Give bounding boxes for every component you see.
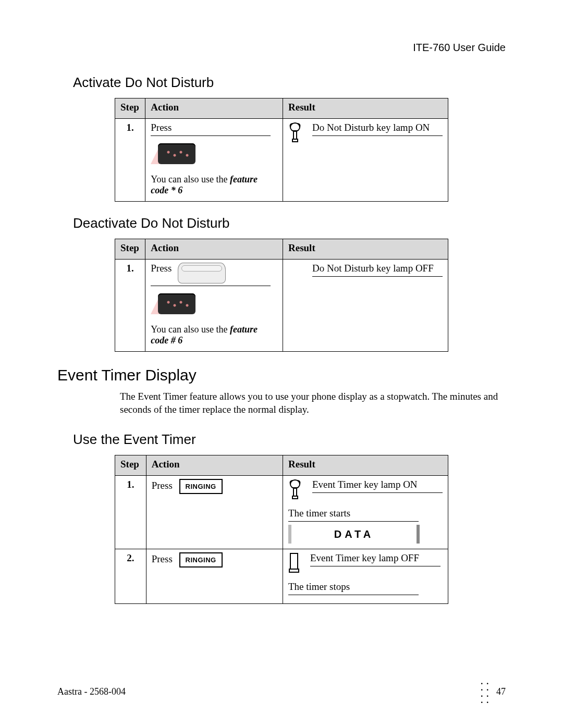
heading-activate-dnd: Activate Do Not Disturb — [73, 75, 506, 91]
table-row: 1. Press RINGING Event — [115, 476, 448, 549]
table-deactivate-dnd: Step Action Result 1. Press You can also… — [115, 239, 448, 352]
svg-point-3 — [290, 480, 300, 488]
divider — [312, 492, 443, 493]
footer-dots-icon: . .. .. .. . — [481, 679, 489, 704]
action-cell: Press RINGING — [146, 549, 283, 604]
result-text: Do Not Disturb key lamp OFF — [312, 263, 443, 274]
table-row: 1. Press You can also use the feature co… — [115, 260, 448, 352]
result-text: The timer starts — [288, 508, 443, 519]
svg-point-0 — [290, 123, 300, 131]
divider — [288, 595, 419, 595]
ringing-button-icon: RINGING — [179, 479, 223, 494]
result-text: The timer stops — [288, 581, 443, 593]
event-timer-description: The Event Timer feature allows you to us… — [120, 390, 506, 416]
svg-rect-5 — [292, 496, 298, 499]
ringing-button-icon: RINGING — [179, 552, 223, 567]
table-header-row: Step Action Result — [115, 455, 448, 476]
press-label: Press — [152, 553, 173, 564]
result-cell: Event Timer key lamp OFF The timer stops — [283, 549, 448, 604]
step-number: 1. — [115, 119, 145, 202]
col-result: Result — [283, 455, 448, 476]
result-lamp-text: Event Timer key lamp OFF — [310, 552, 443, 564]
svg-rect-7 — [289, 569, 299, 572]
dnd-key-icon — [151, 293, 195, 314]
dnd-key-icon — [151, 143, 195, 164]
divider — [151, 135, 271, 136]
heading-deactivate-dnd: Deactivate Do Not Disturb — [73, 215, 506, 231]
page-number: 47 — [496, 686, 506, 697]
table-row: 2. Press RINGING Event Timer key lamp OF… — [115, 549, 448, 604]
lcd-display-icon: DATA — [288, 525, 420, 544]
phone-icon — [178, 263, 226, 283]
heading-event-timer: Event Timer Display — [57, 366, 506, 384]
svg-rect-2 — [292, 139, 298, 142]
result-text: Do Not Disturb key lamp ON — [312, 122, 443, 133]
col-action: Action — [146, 455, 283, 476]
col-step: Step — [115, 239, 145, 260]
feature-code-note: You can also use the feature code # 6 — [151, 324, 277, 346]
result-cell: Do Not Disturb key lamp OFF — [283, 260, 448, 352]
note-pre: You can also use the — [151, 324, 230, 335]
press-label: Press — [152, 480, 173, 491]
press-label: Press — [151, 122, 277, 133]
table-row: 1. Press You can also use the feature co… — [115, 119, 448, 202]
divider — [151, 286, 271, 286]
divider — [310, 566, 440, 566]
col-action: Action — [145, 98, 283, 119]
step-number: 1. — [115, 260, 145, 352]
step-number: 2. — [115, 549, 146, 604]
col-result: Result — [283, 239, 448, 260]
table-use-event-timer: Step Action Result 1. Press RINGING — [115, 455, 448, 604]
step-number: 1. — [115, 476, 146, 549]
lamp-on-icon — [288, 122, 302, 145]
table-activate-dnd: Step Action Result 1. Press You can also… — [115, 98, 448, 202]
action-cell: Press RINGING — [146, 476, 283, 549]
table-header-row: Step Action Result — [115, 239, 448, 260]
svg-rect-4 — [293, 488, 297, 496]
col-action: Action — [145, 239, 283, 260]
lamp-on-icon — [288, 479, 302, 502]
svg-rect-1 — [293, 131, 297, 139]
col-step: Step — [115, 98, 145, 119]
heading-use-event-timer: Use the Event Timer — [73, 431, 506, 448]
divider — [312, 276, 443, 277]
page: ITE-760 User Guide Activate Do Not Distu… — [0, 0, 563, 728]
result-lamp-text: Event Timer key lamp ON — [312, 479, 443, 490]
action-cell: Press You can also use the feature code … — [145, 260, 283, 352]
action-cell: Press You can also use the feature code … — [145, 119, 283, 202]
result-cell: Event Timer key lamp ON The timer starts… — [283, 476, 448, 549]
table-header-row: Step Action Result — [115, 98, 448, 119]
divider — [288, 521, 419, 522]
note-pre: You can also use the — [151, 174, 230, 184]
result-cell: Do Not Disturb key lamp ON — [283, 119, 448, 202]
lamp-off-icon — [288, 552, 300, 576]
footer-left: Aastra - 2568-004 — [57, 686, 126, 697]
svg-rect-6 — [290, 553, 298, 569]
col-step: Step — [115, 455, 146, 476]
col-result: Result — [283, 98, 448, 119]
press-label: Press — [151, 263, 172, 274]
doc-header: ITE-760 User Guide — [73, 42, 506, 54]
feature-code-note: You can also use the feature code * 6 — [151, 174, 277, 196]
page-footer: Aastra - 2568-004 . .. .. .. . 47 — [57, 679, 506, 704]
divider — [312, 135, 443, 136]
